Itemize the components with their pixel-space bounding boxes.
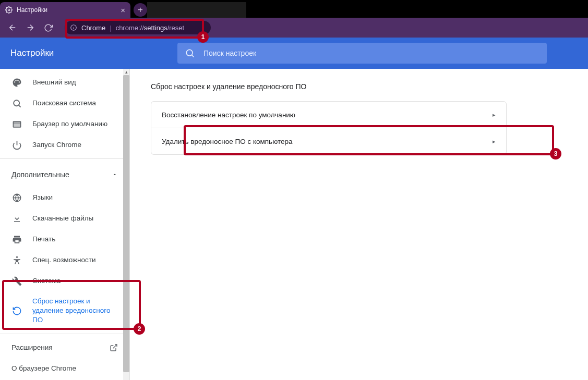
sidebar-item-default-browser[interactable]: Браузер по умолчанию	[0, 114, 129, 134]
globe-icon	[11, 192, 22, 203]
chevron-right-icon: ▸	[493, 112, 496, 118]
tab-strip: Настройки × +	[0, 0, 588, 18]
sidebar-item-label: О браузере Chrome	[11, 364, 76, 373]
sidebar-item-label: Браузер по умолчанию	[32, 119, 107, 129]
reload-button[interactable]	[41, 20, 55, 35]
sidebar-item-accessibility[interactable]: Спец. возможности	[0, 250, 129, 271]
info-icon	[70, 24, 77, 31]
accessibility-icon	[11, 255, 22, 265]
row-label: Восстановление настроек по умолчанию	[162, 111, 295, 119]
svg-point-13	[16, 256, 17, 258]
settings-search[interactable]	[177, 43, 547, 64]
svg-point-0	[8, 9, 10, 11]
sidebar-item-system[interactable]: Система	[0, 271, 129, 291]
wrench-icon	[11, 276, 22, 286]
sidebar-item-downloads[interactable]: Скачанные файлы	[0, 208, 129, 229]
new-tab-button[interactable]: +	[134, 3, 147, 17]
omnibox-separator: |	[110, 24, 111, 32]
scrollbar-thumb[interactable]	[123, 75, 129, 372]
palette-icon	[11, 77, 22, 88]
sidebar-item-about[interactable]: О браузере Chrome	[0, 358, 129, 379]
browser-toolbar: Chrome | chrome://settings/reset	[0, 18, 588, 38]
page-title: Настройки	[10, 48, 177, 58]
svg-point-4	[186, 50, 193, 56]
omnibox-chip: Chrome	[81, 24, 105, 32]
sidebar-item-appearance[interactable]: Внешний вид	[0, 72, 129, 93]
svg-line-5	[192, 55, 194, 57]
close-icon[interactable]: ×	[121, 6, 125, 14]
print-icon	[11, 234, 22, 244]
sidebar-item-label: Поисковая система	[32, 99, 96, 108]
tab-inactive[interactable]	[147, 2, 246, 18]
scroll-up-icon[interactable]: ▴	[123, 69, 129, 75]
sidebar-item-label: Запуск Chrome	[32, 140, 81, 150]
settings-sidebar: ▴ Внешний вид Поисковая система Браузер …	[0, 69, 130, 380]
svg-point-6	[14, 100, 19, 106]
back-button[interactable]	[5, 20, 20, 35]
advanced-label: Дополнительные	[11, 170, 69, 179]
row-restore-defaults[interactable]: Восстановление настроек по умолчанию ▸	[151, 102, 506, 128]
divider	[0, 334, 129, 334]
row-remove-malware[interactable]: Удалить вредоносное ПО с компьютера ▸	[151, 128, 506, 154]
settings-content: Сброс настроек и удаление вредоносного П…	[130, 69, 588, 380]
browser-icon	[11, 119, 22, 129]
search-icon	[185, 48, 195, 58]
sidebar-item-label: Сброс настроек и удаление вредоносного П…	[32, 297, 118, 325]
chevron-right-icon: ▸	[493, 138, 496, 145]
sidebar-item-label: Система	[32, 276, 61, 286]
sidebar-item-label: Внешний вид	[32, 78, 76, 87]
search-input[interactable]	[202, 48, 539, 58]
sidebar-item-label: Языки	[32, 193, 53, 202]
row-label: Удалить вредоносное ПО с компьютера	[162, 138, 293, 145]
external-link-icon	[110, 344, 118, 352]
download-icon	[11, 213, 22, 224]
forward-button[interactable]	[23, 20, 38, 35]
sidebar-item-extensions[interactable]: Расширения	[0, 337, 129, 358]
chevron-up-icon	[112, 171, 118, 178]
settings-card: Восстановление настроек по умолчанию ▸ У…	[151, 101, 507, 155]
sidebar-item-label: Спец. возможности	[32, 255, 95, 265]
divider	[0, 158, 129, 159]
svg-line-7	[19, 105, 20, 107]
plus-icon: +	[138, 5, 143, 15]
sidebar-advanced-toggle[interactable]: Дополнительные	[0, 162, 129, 187]
reset-icon	[11, 305, 22, 316]
sidebar-item-print[interactable]: Печать	[0, 229, 129, 250]
sidebar-item-languages[interactable]: Языки	[0, 187, 129, 208]
sidebar-item-label: Расширения	[11, 343, 53, 352]
sidebar-item-reset[interactable]: Сброс настроек и удаление вредоносного П…	[0, 291, 129, 330]
settings-header: Настройки	[0, 38, 588, 69]
omnibox-url: chrome://settings/reset	[116, 24, 185, 32]
sidebar-item-search-engine[interactable]: Поисковая система	[0, 93, 129, 114]
tab-active[interactable]: Настройки ×	[0, 2, 130, 18]
address-bar[interactable]: Chrome | chrome://settings/reset	[65, 21, 211, 34]
gear-icon	[5, 6, 13, 14]
sidebar-item-label: Скачанные файлы	[32, 214, 93, 223]
search-icon	[11, 98, 22, 108]
sidebar-item-label: Печать	[32, 235, 55, 244]
svg-line-14	[113, 345, 117, 348]
power-icon	[11, 140, 22, 150]
tab-title: Настройки	[17, 6, 47, 14]
sidebar-item-startup[interactable]: Запуск Chrome	[0, 134, 129, 155]
content-heading: Сброс настроек и удаление вредоносного П…	[151, 82, 567, 91]
